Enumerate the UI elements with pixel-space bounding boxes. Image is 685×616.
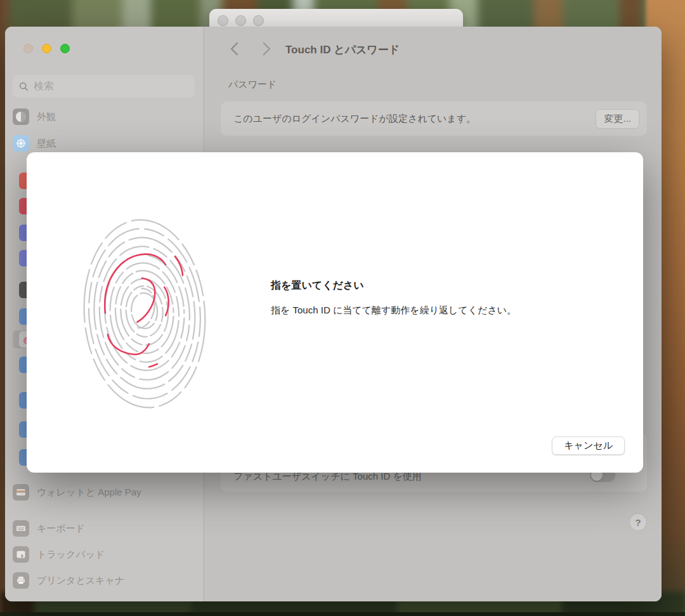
wallpaper-icon xyxy=(13,135,29,152)
forward-button[interactable] xyxy=(258,41,275,57)
sidebar-item-keyboard[interactable]: キーボード xyxy=(13,520,197,537)
sidebar-item-label: キーボード xyxy=(37,523,85,535)
dialog-subtitle: 指を Touch ID に当てて離す動作を繰り返してください。 xyxy=(271,305,516,317)
close-button[interactable] xyxy=(23,44,33,53)
fingerprint-icon xyxy=(79,199,209,423)
help-button[interactable]: ? xyxy=(630,514,646,530)
appearance-icon xyxy=(13,108,29,125)
back-button[interactable] xyxy=(226,41,242,57)
close-button[interactable] xyxy=(218,15,228,26)
minimize-button[interactable] xyxy=(42,44,51,53)
search-placeholder: 検索 xyxy=(34,80,54,93)
dialog-title: 指を置いてください xyxy=(271,279,516,292)
sidebar-item-label: トラックパッド xyxy=(37,549,105,561)
password-status-card: このユーザのログインパスワードが設定されています。 変更... xyxy=(221,102,647,136)
change-password-button[interactable]: 変更... xyxy=(596,109,639,129)
zoom-button[interactable] xyxy=(253,15,264,26)
wallet-icon xyxy=(13,484,29,501)
sidebar-item-label: 壁紙 xyxy=(37,138,56,150)
password-section-label: パスワード xyxy=(228,79,277,91)
sidebar-item-trackpad[interactable]: トラックパッド xyxy=(13,546,197,563)
sidebar-item-wallet[interactable]: ウォレットと Apple Pay xyxy=(13,483,197,501)
search-icon xyxy=(19,82,29,91)
keyboard-icon xyxy=(13,520,29,537)
sidebar-item-printers[interactable]: プリンタとスキャナ xyxy=(13,572,197,589)
trackpad-icon xyxy=(13,546,29,563)
cancel-button[interactable]: キャンセル xyxy=(552,436,625,455)
sidebar-item-wallpaper[interactable]: 壁紙 xyxy=(13,134,197,152)
forest-shadow xyxy=(0,612,685,616)
zoom-button[interactable] xyxy=(60,44,70,53)
touch-id-enrollment-dialog: 指を置いてください 指を Touch ID に当てて離す動作を繰り返してください… xyxy=(27,152,643,473)
sidebar-item-label: プリンタとスキャナ xyxy=(37,575,124,587)
sidebar-item-label: 外観 xyxy=(37,111,56,123)
sidebar-item-appearance[interactable]: 外観 xyxy=(13,108,197,126)
page-title: Touch ID とパスワード xyxy=(285,43,400,57)
minimize-button[interactable] xyxy=(235,15,246,26)
printer-icon xyxy=(13,572,29,589)
sidebar-item-label: ウォレットと Apple Pay xyxy=(37,487,141,499)
password-status-text: このユーザのログインパスワードが設定されています。 xyxy=(233,113,476,125)
search-input[interactable]: 検索 xyxy=(13,75,195,98)
